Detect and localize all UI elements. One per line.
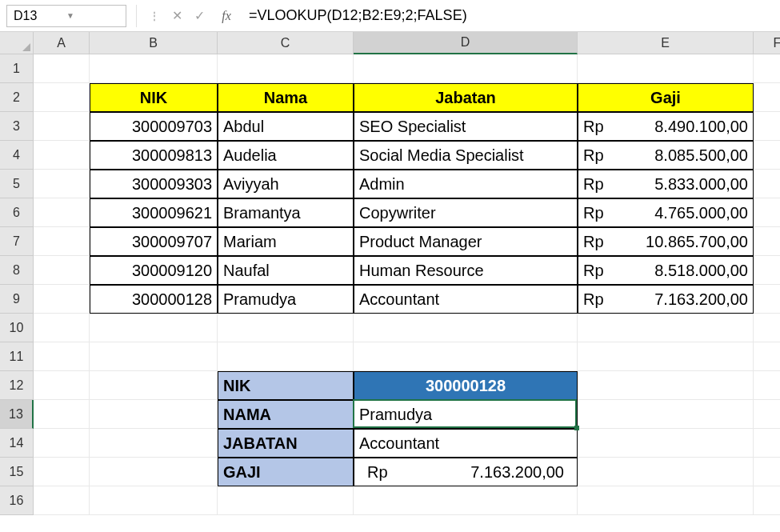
- name-box[interactable]: D13 ▼: [6, 5, 126, 27]
- cancel-icon[interactable]: ✕: [166, 5, 188, 27]
- row-header-7[interactable]: 7: [0, 227, 34, 256]
- lookup-value-nik[interactable]: 300000128: [354, 371, 578, 400]
- row-header-1[interactable]: 1: [0, 54, 34, 83]
- cell-F7[interactable]: [754, 227, 780, 256]
- cell-E11[interactable]: [578, 342, 754, 371]
- table-row[interactable]: Rp4.765.000,00: [578, 198, 754, 227]
- row-header-15[interactable]: 15: [0, 458, 34, 486]
- table-header-nik[interactable]: NIK: [90, 83, 218, 112]
- cell-F11[interactable]: [754, 342, 780, 371]
- table-row[interactable]: Rp8.490.100,00: [578, 112, 754, 141]
- table-row[interactable]: Product Manager: [354, 227, 578, 256]
- column-header-F[interactable]: F: [754, 32, 780, 54]
- fill-handle[interactable]: [574, 426, 579, 430]
- row-header-9[interactable]: 9: [0, 285, 34, 314]
- table-row[interactable]: Human Resource: [354, 256, 578, 285]
- table-row[interactable]: Audelia: [218, 141, 354, 170]
- table-row[interactable]: Accountant: [354, 285, 578, 314]
- cell-F1[interactable]: [754, 54, 780, 83]
- cell-C1[interactable]: [218, 54, 354, 83]
- lookup-value-nama[interactable]: Pramudya: [354, 400, 578, 429]
- cell-C16[interactable]: [218, 486, 354, 515]
- cell-A10[interactable]: [34, 314, 90, 342]
- row-header-5[interactable]: 5: [0, 170, 34, 198]
- table-row[interactable]: Copywriter: [354, 198, 578, 227]
- table-header-jabatan[interactable]: Jabatan: [354, 83, 578, 112]
- cell-A8[interactable]: [34, 256, 90, 285]
- cell-A7[interactable]: [34, 227, 90, 256]
- lookup-label-gaji[interactable]: GAJI: [218, 458, 354, 486]
- table-row[interactable]: 300009120: [90, 256, 218, 285]
- table-row[interactable]: Pramudya: [218, 285, 354, 314]
- column-header-E[interactable]: E: [578, 32, 754, 54]
- cell-E15[interactable]: [578, 458, 754, 486]
- enter-icon[interactable]: ✓: [188, 5, 210, 27]
- lookup-label-nama[interactable]: NAMA: [218, 400, 354, 429]
- table-row[interactable]: SEO Specialist: [354, 112, 578, 141]
- cell-F3[interactable]: [754, 112, 780, 141]
- table-row[interactable]: Naufal: [218, 256, 354, 285]
- fx-icon[interactable]: fx: [210, 9, 242, 23]
- cell-F5[interactable]: [754, 170, 780, 198]
- table-row[interactable]: Admin: [354, 170, 578, 198]
- cell-F10[interactable]: [754, 314, 780, 342]
- spreadsheet-grid[interactable]: ABCDEF 12345678910111213141516 NIKNamaJa…: [0, 32, 780, 532]
- cell-F9[interactable]: [754, 285, 780, 314]
- table-row[interactable]: Aviyyah: [218, 170, 354, 198]
- column-header-D[interactable]: D: [354, 32, 578, 54]
- column-header-A[interactable]: A: [34, 32, 90, 54]
- cell-A6[interactable]: [34, 198, 90, 227]
- column-header-C[interactable]: C: [218, 32, 354, 54]
- cell-D1[interactable]: [354, 54, 578, 83]
- cell-D11[interactable]: [354, 342, 578, 371]
- row-header-11[interactable]: 11: [0, 342, 34, 371]
- cell-F4[interactable]: [754, 141, 780, 170]
- cell-A11[interactable]: [34, 342, 90, 371]
- table-row[interactable]: Mariam: [218, 227, 354, 256]
- row-header-16[interactable]: 16: [0, 486, 34, 515]
- cell-B14[interactable]: [90, 429, 218, 458]
- cell-E16[interactable]: [578, 486, 754, 515]
- cell-B1[interactable]: [90, 54, 218, 83]
- cell-D10[interactable]: [354, 314, 578, 342]
- cell-B16[interactable]: [90, 486, 218, 515]
- cell-F6[interactable]: [754, 198, 780, 227]
- lookup-label-jabatan[interactable]: JABATAN: [218, 429, 354, 458]
- formula-input[interactable]: =VLOOKUP(D12;B2:E9;2;FALSE): [242, 5, 780, 27]
- cell-B12[interactable]: [90, 371, 218, 400]
- row-header-10[interactable]: 10: [0, 314, 34, 342]
- lookup-label-nik[interactable]: NIK: [218, 371, 354, 400]
- table-row[interactable]: 300009703: [90, 112, 218, 141]
- row-header-8[interactable]: 8: [0, 256, 34, 285]
- row-header-12[interactable]: 12: [0, 371, 34, 400]
- cell-A14[interactable]: [34, 429, 90, 458]
- table-header-nama[interactable]: Nama: [218, 83, 354, 112]
- table-row[interactable]: Bramantya: [218, 198, 354, 227]
- lookup-value-jabatan[interactable]: Accountant: [354, 429, 578, 458]
- cell-F14[interactable]: [754, 429, 780, 458]
- cell-F15[interactable]: [754, 458, 780, 486]
- table-row[interactable]: Rp7.163.200,00: [578, 285, 754, 314]
- table-row[interactable]: 300009621: [90, 198, 218, 227]
- cell-E13[interactable]: [578, 400, 754, 429]
- table-row[interactable]: Rp10.865.700,00: [578, 227, 754, 256]
- cell-F12[interactable]: [754, 371, 780, 400]
- row-header-6[interactable]: 6: [0, 198, 34, 227]
- cell-E12[interactable]: [578, 371, 754, 400]
- cell-B11[interactable]: [90, 342, 218, 371]
- cell-F2[interactable]: [754, 83, 780, 112]
- table-row[interactable]: Rp8.518.000,00: [578, 256, 754, 285]
- cell-C11[interactable]: [218, 342, 354, 371]
- cell-F13[interactable]: [754, 400, 780, 429]
- cell-E14[interactable]: [578, 429, 754, 458]
- cell-F8[interactable]: [754, 256, 780, 285]
- row-header-2[interactable]: 2: [0, 83, 34, 112]
- table-header-gaji[interactable]: Gaji: [578, 83, 754, 112]
- cell-A15[interactable]: [34, 458, 90, 486]
- table-row[interactable]: Rp5.833.000,00: [578, 170, 754, 198]
- row-header-13[interactable]: 13: [0, 400, 34, 429]
- cell-B10[interactable]: [90, 314, 218, 342]
- name-box-dropdown-icon[interactable]: ▼: [66, 11, 119, 20]
- cell-D16[interactable]: [354, 486, 578, 515]
- table-row[interactable]: 300009303: [90, 170, 218, 198]
